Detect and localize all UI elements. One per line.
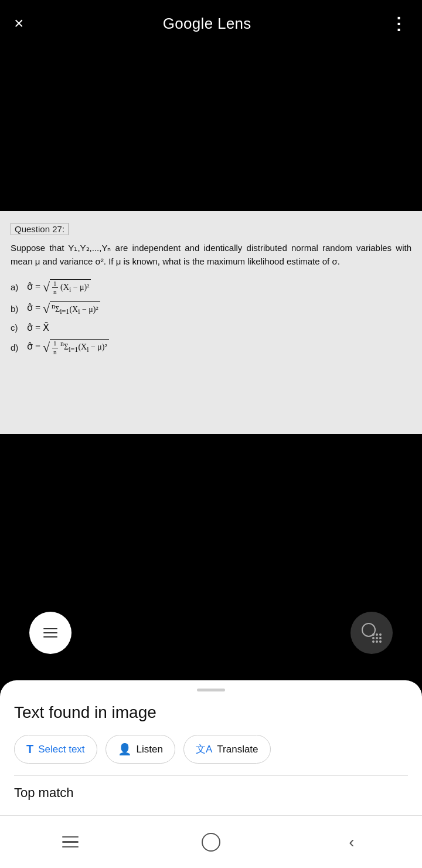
listen-label: Listen	[137, 744, 163, 755]
option-a: a) σ̂ = √ 1 n (Xi − μ)²	[11, 279, 411, 296]
option-c: c) σ̂ = X̄	[11, 322, 411, 333]
lens-search-button[interactable]	[350, 612, 393, 654]
menu-icon	[62, 836, 79, 848]
select-text-icon: T	[26, 742, 33, 756]
option-d-letter: d)	[11, 343, 27, 352]
close-button[interactable]: ×	[14, 15, 23, 32]
filter-icon	[43, 628, 57, 638]
option-c-letter: c)	[11, 323, 27, 333]
bottom-panel: Text found in image T Select text 👤 List…	[0, 680, 422, 815]
select-text-label: Select text	[38, 744, 84, 755]
document-image-area: Question 27: Suppose that Y₁,Y₂,...,Yₙ a…	[0, 211, 422, 434]
option-b-letter: b)	[11, 304, 27, 314]
more-options-button[interactable]: ⋮	[390, 14, 408, 33]
option-a-formula: σ̂ = √ 1 n (Xi − μ)²	[27, 279, 91, 296]
select-text-button[interactable]: T Select text	[14, 735, 97, 764]
option-a-letter: a)	[11, 282, 27, 292]
app-header: × Google Lens ⋮	[0, 0, 422, 47]
nav-home-button[interactable]	[193, 825, 229, 860]
translate-button[interactable]: 文A Translate	[183, 735, 271, 764]
action-buttons-row: T Select text 👤 Listen 文A Translate	[14, 735, 408, 764]
option-b: b) σ̂ = √ nΣi=1(Xi − μ)²	[11, 301, 411, 316]
home-circle-icon	[202, 833, 220, 852]
lens-search-icon	[362, 623, 382, 643]
app-title: Google Lens	[163, 15, 251, 33]
option-d: d) σ̂ = √ 1 n nΣi=1(Xi − μ)²	[11, 339, 411, 355]
option-d-formula: σ̂ = √ 1 n nΣi=1(Xi − μ)²	[27, 339, 109, 355]
nav-menu-button[interactable]	[53, 825, 88, 860]
translate-label: Translate	[217, 744, 258, 755]
listen-icon: 👤	[118, 742, 132, 756]
back-chevron-icon: ‹	[349, 833, 354, 852]
filter-button[interactable]	[29, 612, 72, 654]
top-match-label: Top match	[14, 785, 408, 801]
divider	[14, 775, 408, 776]
options-list: a) σ̂ = √ 1 n (Xi − μ)² b)	[11, 279, 411, 356]
listen-button[interactable]: 👤 Listen	[106, 735, 175, 764]
translate-icon: 文A	[196, 742, 212, 756]
bottom-panel-title: Text found in image	[14, 703, 408, 722]
navigation-bar: ‹	[0, 815, 422, 868]
question-text: Suppose that Y₁,Y₂,...,Yₙ are independen…	[11, 241, 411, 269]
question-label: Question 27:	[11, 223, 69, 235]
bottom-handle	[197, 689, 225, 691]
option-b-formula: σ̂ = √ nΣi=1(Xi − μ)²	[27, 301, 100, 316]
option-c-formula: σ̂ = X̄	[27, 322, 49, 333]
camera-viewfinder-bottom	[0, 434, 422, 622]
nav-back-button[interactable]: ‹	[334, 825, 369, 860]
camera-viewfinder-top	[0, 47, 422, 211]
